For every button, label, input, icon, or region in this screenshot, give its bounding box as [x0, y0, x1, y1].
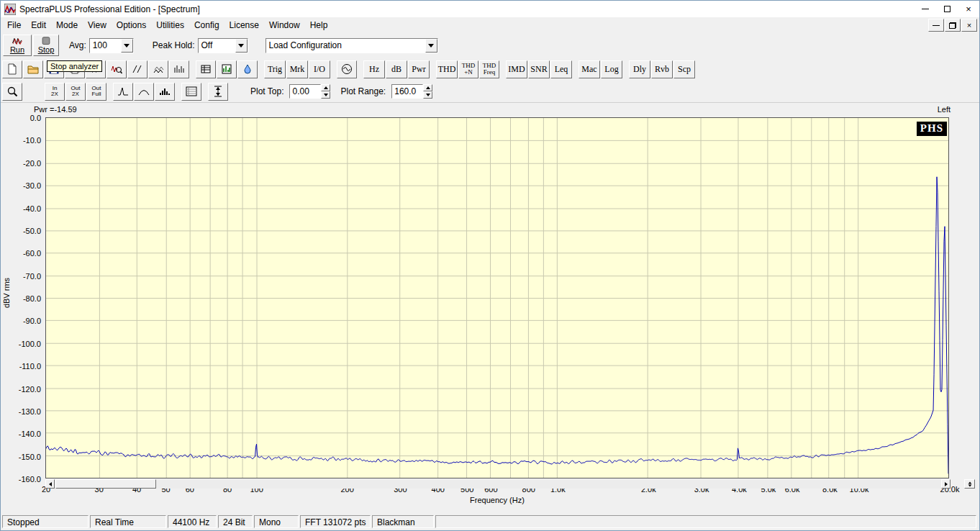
menu-item-edit[interactable]: Edit — [26, 18, 51, 32]
menu-item-options[interactable]: Options — [112, 18, 151, 32]
zoom-in-2x-button[interactable]: In 2X — [45, 83, 65, 101]
menu-item-view[interactable]: View — [83, 18, 112, 32]
menu-item-mode[interactable]: Mode — [51, 18, 83, 32]
dly-button[interactable]: Dly — [629, 60, 650, 78]
load-configuration-value: Load Configuration — [266, 39, 425, 53]
peak-pin-button[interactable] — [237, 60, 258, 78]
spectrum-plot[interactable]: PHS — [45, 117, 949, 478]
vertical-scale-button[interactable] — [208, 83, 228, 101]
plot-top-down-button[interactable] — [321, 91, 330, 99]
mac-button[interactable]: Mac — [579, 60, 600, 78]
data-table-button[interactable] — [196, 60, 216, 78]
plot-range-up-button[interactable] — [423, 84, 432, 91]
peak-hold-combo-arrow[interactable] — [235, 39, 248, 53]
thd-n-button[interactable]: THD +N — [458, 60, 478, 78]
avg-combo[interactable]: 100 — [89, 38, 134, 53]
zoom-button[interactable] — [2, 83, 22, 101]
peak-hold-combo[interactable]: Off — [198, 38, 248, 53]
imd-button[interactable]: IMD — [506, 60, 527, 78]
peak-curve-button[interactable] — [113, 83, 133, 101]
thd-button[interactable]: THD — [436, 60, 458, 78]
mdi-restore-icon — [949, 22, 956, 29]
menu-bar: FileEditModeViewOptionsUtilitiesConfigLi… — [1, 17, 979, 33]
plot-range-spinner — [391, 84, 432, 99]
scrollbar-thumb[interactable] — [55, 479, 156, 489]
avg-combo-arrow[interactable] — [121, 39, 133, 53]
peak-icon — [117, 86, 129, 97]
plot-top-input[interactable] — [289, 84, 321, 99]
mdi-close-button[interactable]: × — [961, 19, 977, 32]
vertical-scale-spinner[interactable] — [964, 479, 975, 489]
io-button[interactable]: I/O — [309, 60, 330, 78]
pwr-button[interactable]: Pwr — [408, 60, 430, 78]
waterfall-button[interactable] — [148, 60, 168, 78]
vertical-arrows-icon — [212, 86, 224, 97]
app-icon — [4, 4, 16, 15]
level-meter-button[interactable] — [217, 60, 237, 78]
zoom-out-2x-button[interactable]: Out 2X — [65, 83, 86, 101]
menu-item-config[interactable]: Config — [189, 18, 224, 32]
arrow-up-icon — [968, 481, 971, 484]
spectrum-plot-svg — [46, 118, 948, 478]
y-tick-label: -120.0 — [19, 385, 41, 394]
plot-top-up-button[interactable] — [321, 84, 330, 91]
menu-item-window[interactable]: Window — [264, 18, 305, 32]
peak-hold-value: Off — [199, 39, 235, 53]
log-button[interactable]: Log — [601, 60, 622, 78]
mdi-minimize-button[interactable] — [928, 19, 944, 32]
chevron-down-icon — [428, 44, 434, 47]
plot-top-label: Plot Top: — [250, 86, 283, 96]
maximize-button[interactable] — [936, 1, 958, 17]
spectrum-panel: Pwr =-14.59 Left dBV rms PHS 0.0-10.0-20… — [1, 102, 979, 514]
transfer-function-button[interactable] — [127, 60, 148, 78]
bar-display-button[interactable] — [155, 83, 175, 101]
menu-item-license[interactable]: License — [224, 18, 264, 32]
smooth-curve-button[interactable] — [134, 83, 154, 101]
trig-button[interactable]: Trig — [264, 60, 286, 78]
y-tick-label: -100.0 — [19, 340, 41, 348]
waterfall-icon — [153, 63, 164, 75]
menu-items: FileEditModeViewOptionsUtilitiesConfigLi… — [2, 18, 332, 32]
plot-range-input[interactable] — [391, 84, 423, 99]
y-tick-label: -50.0 — [23, 227, 41, 235]
new-button[interactable] — [2, 60, 22, 78]
mdi-restore-button[interactable] — [945, 19, 961, 32]
menu-item-help[interactable]: Help — [305, 18, 333, 32]
scroll-right-button[interactable] — [941, 479, 950, 489]
y-tick-label: -160.0 — [19, 475, 41, 484]
scp-button[interactable]: Scp — [673, 60, 695, 78]
db-button[interactable]: dB — [386, 60, 407, 78]
close-button[interactable]: × — [958, 1, 979, 17]
mrk-button[interactable]: Mrk — [286, 60, 308, 78]
close-icon: × — [966, 4, 971, 14]
menu-item-utilities[interactable]: Utilities — [151, 18, 189, 32]
grid-options-button[interactable] — [181, 83, 201, 101]
open-button[interactable] — [23, 60, 43, 78]
load-configuration-combo-arrow[interactable] — [425, 39, 437, 53]
arrow-up-icon — [426, 86, 430, 89]
stop-button[interactable]: Stop — [33, 35, 59, 56]
snr-button[interactable]: SNR — [528, 60, 550, 78]
run-button[interactable]: Run — [3, 35, 32, 56]
horizontal-scrollbar[interactable] — [45, 479, 950, 489]
window-title: SpectraPLUS Professional Edition - [Spec… — [19, 4, 200, 14]
zoom-out-full-button[interactable]: Out Full — [86, 83, 106, 101]
menu-item-file[interactable]: File — [2, 18, 26, 32]
spectrogram-button[interactable] — [169, 60, 189, 78]
rvb-button[interactable]: Rvb — [651, 60, 673, 78]
minimize-button[interactable] — [915, 1, 936, 17]
load-configuration-combo[interactable]: Load Configuration — [266, 38, 438, 53]
leq-button[interactable]: Leq — [550, 60, 572, 78]
plot-range-down-button[interactable] — [423, 91, 432, 99]
thd-freq-button[interactable]: THD Freq — [479, 60, 499, 78]
hz-button[interactable]: Hz — [363, 60, 385, 78]
status-bar: Stopped Real Time 44100 Hz 24 Bit Mono F… — [1, 513, 979, 530]
signal-generator-button[interactable] — [337, 60, 357, 78]
spectrogram-icon — [173, 63, 185, 75]
status-spacer — [435, 515, 976, 528]
zoom-signal-button[interactable] — [106, 60, 127, 78]
grid-frame-icon — [186, 86, 197, 97]
tooltip: Stop analyzer — [47, 60, 102, 72]
scroll-left-button[interactable] — [45, 479, 55, 489]
plot-range-label: Plot Range: — [340, 86, 386, 96]
